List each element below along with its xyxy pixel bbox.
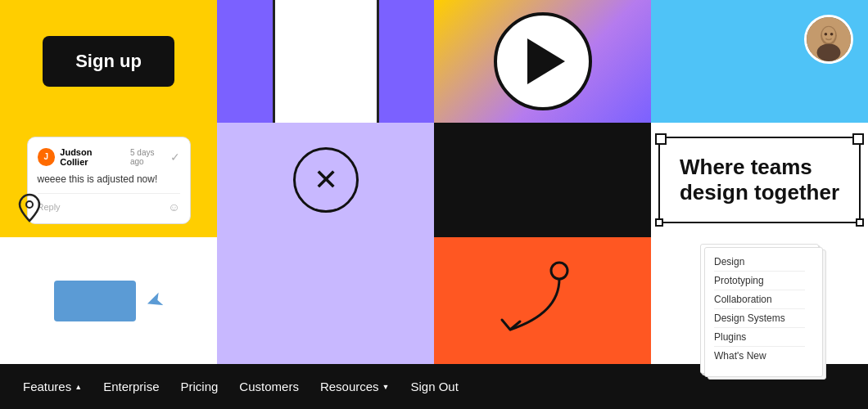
corner-bl [655, 218, 663, 227]
svg-point-2 [817, 43, 841, 61]
comment-header: J Judson Collier 5 days ago ✓ [38, 147, 180, 167]
nav-resources-arrow: ▼ [382, 383, 390, 391]
feature-list: Design Prototyping Collaboration Design … [700, 244, 819, 374]
svg-point-6 [26, 201, 33, 208]
svg-point-7 [551, 263, 567, 279]
comment-username: Judson Collier [60, 147, 122, 167]
rect-cell: ➤ [0, 237, 217, 364]
svg-point-4 [825, 33, 828, 36]
play-icon [527, 38, 565, 84]
comment-avatar: J [38, 148, 56, 166]
avatar [804, 15, 853, 64]
nav-customers-label: Customers [239, 380, 299, 393]
feature-item-whats-new: What's New [714, 347, 805, 365]
location-pin [18, 193, 41, 222]
xcircle-cell: ✕ [217, 123, 434, 237]
nav-pricing-label: Pricing [181, 380, 219, 393]
signup-button[interactable]: Sign up [43, 36, 174, 87]
play-button[interactable] [494, 12, 592, 110]
feature-item-plugins: Plugins [714, 328, 805, 347]
nav-resources-label: Resources [320, 380, 379, 393]
feature-item-design: Design [714, 253, 805, 272]
avatar-image [807, 15, 851, 64]
slogan-wrapper: Where teams design together [658, 137, 861, 223]
signup-cell: Sign up [0, 0, 217, 123]
slogan-text: Where teams design together [680, 155, 839, 205]
nav-signout[interactable]: Sign Out [411, 380, 459, 393]
slogan-line1: Where teams [680, 155, 812, 179]
slogan-box: Where teams design together [658, 137, 861, 223]
svg-point-3 [822, 27, 835, 43]
comment-user-info: J Judson Collier 5 days ago [38, 147, 170, 167]
slogan-cell: Where teams design together [651, 123, 868, 237]
comment-cell: J Judson Collier 5 days ago ✓ weeee this… [0, 123, 217, 237]
black-cell [434, 123, 651, 237]
connector-diagram [477, 248, 608, 354]
corner-br [856, 218, 864, 227]
nav-signout-label: Sign Out [411, 380, 459, 393]
slogan-line2: design together [680, 180, 839, 204]
comment-time: 5 days ago [130, 148, 170, 166]
blue-rectangle [54, 281, 136, 321]
cursor-icon: ➤ [142, 285, 167, 316]
emoji-icon[interactable]: ☺ [168, 200, 179, 213]
nav-pricing[interactable]: Pricing [181, 380, 219, 393]
connector-cell [434, 237, 651, 364]
avatar-cell [651, 0, 868, 123]
nav-features[interactable]: Features ▲ [23, 380, 82, 393]
feature-item-design-systems: Design Systems [714, 309, 805, 328]
nav-features-arrow: ▲ [75, 383, 82, 391]
comment-footer: Reply ☺ [38, 193, 180, 213]
phone-cell [217, 0, 434, 123]
play-cell [434, 0, 651, 123]
comment-text: weeee this is adjusted now! [38, 173, 180, 185]
nav-resources[interactable]: Resources ▼ [320, 380, 390, 393]
nav-enterprise-label: Enterprise [103, 380, 159, 393]
purple-bottom-cell [217, 237, 434, 364]
features-cell: Design Prototyping Collaboration Design … [651, 237, 868, 364]
nav-features-label: Features [23, 380, 71, 393]
feature-item-collaboration: Collaboration [714, 290, 805, 309]
x-circle: ✕ [293, 147, 359, 213]
feature-item-prototyping: Prototyping [714, 272, 805, 290]
comment-check-icon[interactable]: ✓ [170, 151, 180, 164]
nav-customers[interactable]: Customers [239, 380, 299, 393]
comment-card: J Judson Collier 5 days ago ✓ weeee this… [27, 137, 191, 224]
svg-point-5 [830, 33, 834, 36]
nav-enterprise[interactable]: Enterprise [103, 380, 159, 393]
